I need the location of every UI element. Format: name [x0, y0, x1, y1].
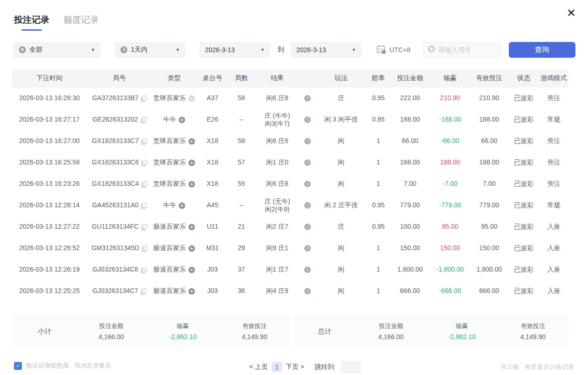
copy-icon[interactable]: [141, 267, 146, 273]
table-row: 2026-03-13 16:28:30GA37263133B7竞咪百家乐A375…: [12, 88, 568, 109]
metric-label: 投注金额: [356, 322, 426, 330]
round-id: GA45263131A0: [87, 201, 151, 210]
jump-to-label: 跳转到: [315, 363, 334, 371]
bet-amount: 188.00: [390, 158, 430, 167]
game-type-select[interactable]: 全部 ▼: [13, 42, 101, 58]
timezone-control[interactable]: UTC+8: [376, 45, 410, 55]
tab-quota-records[interactable]: 额度记录: [63, 14, 99, 31]
copy-icon[interactable]: [141, 160, 147, 166]
win-loss: 188.00: [430, 158, 470, 167]
bet-time: 2026-03-13 16:27:17: [12, 116, 87, 124]
game-type-value: 极速百家乐: [153, 244, 186, 252]
prev-page-button[interactable]: < 上页: [249, 363, 268, 371]
play-video-icon[interactable]: [178, 116, 185, 123]
metric-value: 4,149.90: [498, 333, 568, 341]
table-number: E26: [197, 116, 228, 124]
column-header: 桌台号: [197, 74, 228, 82]
round-number: 58: [228, 137, 255, 145]
result: 庄 (无牛)闲2(牛9): [255, 198, 300, 214]
round-id: GX18263133C7: [87, 137, 151, 145]
copy-icon[interactable]: [141, 288, 146, 294]
tab-betting-records[interactable]: 投注记录: [14, 14, 49, 31]
metric-label: 输赢: [147, 322, 219, 330]
info-icon[interactable]: i: [304, 202, 311, 209]
copy-icon[interactable]: [142, 245, 147, 252]
column-header: 状态: [508, 74, 539, 82]
play-video-icon[interactable]: [188, 224, 195, 231]
play-video-icon[interactable]: [188, 288, 195, 295]
game-type-icon: [19, 46, 26, 54]
table-header: 下注时间局号类型桌台号局数结果玩法赔率投注金额输赢有效投注状态游戏模式: [12, 69, 568, 88]
result: 庄 (牛牛)闲3(牛7): [255, 112, 300, 128]
column-header: 局数: [228, 74, 255, 82]
column-header: 局号: [87, 74, 151, 82]
metric-label: 有效投注: [498, 322, 568, 330]
result: 闲9 庄1: [255, 244, 300, 252]
round-id-value: GU11263134FC: [92, 223, 139, 231]
play-video-icon[interactable]: [178, 202, 185, 209]
round-number: 58: [228, 94, 255, 102]
status: 已派彩: [508, 116, 539, 124]
info-icon[interactable]: i: [304, 116, 311, 123]
table-number: X18: [197, 180, 228, 188]
time-range-select[interactable]: 1天内 ▼: [115, 42, 185, 58]
play-video-icon[interactable]: [188, 159, 195, 166]
bet-option: 闲 3 闲平倍: [315, 116, 367, 124]
copy-icon[interactable]: [141, 181, 147, 187]
metric-label: 有效投注: [219, 322, 290, 330]
table-row: 2026-03-13 12:28:14GA45263131A0牛牛A45–庄 (…: [12, 195, 568, 216]
info-icon[interactable]: i: [304, 245, 311, 252]
play-video-icon[interactable]: [188, 266, 195, 273]
subtotal-win-loss: 输赢 -2,862.10: [147, 322, 219, 341]
merge-checkbox[interactable]: ✓: [14, 362, 22, 370]
info-icon[interactable]: i: [304, 266, 311, 273]
play-video-icon[interactable]: [188, 95, 195, 102]
table-row: 2026-03-13 12:25:25GJ03263134C7极速百家乐J033…: [12, 280, 568, 302]
game-mode: 旁注: [539, 137, 568, 145]
column-header: 赔率: [367, 74, 390, 82]
info-icon[interactable]: i: [304, 224, 311, 230]
subtotal-box: 小计 投注金额 4,166.00 输赢 -2,862.10 有效投注 4,149…: [14, 315, 290, 348]
play-video-icon[interactable]: [188, 245, 195, 252]
total-valid-bet: 有效投注 4,149.90: [498, 322, 568, 341]
bet-amount: 150.00: [390, 244, 430, 252]
table-number: J03: [197, 287, 228, 295]
bet-time: 2026-03-13 12:25:25: [12, 287, 87, 295]
info-icon[interactable]: i: [304, 288, 311, 294]
next-page-button[interactable]: 下页 >: [286, 363, 304, 371]
copy-icon[interactable]: [141, 203, 146, 209]
time-range-value: 1天内: [131, 46, 148, 54]
copy-icon[interactable]: [141, 117, 146, 123]
odds: 1: [367, 266, 390, 274]
copy-icon[interactable]: [141, 138, 147, 144]
date-to-select[interactable]: 2026-3-13 ▼: [291, 42, 362, 58]
round-number: 57: [228, 158, 255, 167]
query-button[interactable]: 查询: [509, 42, 575, 58]
pagination: < 上页 1 下页 > 跳转到: [249, 361, 361, 373]
win-loss: -779.00: [430, 201, 470, 210]
jump-to-input[interactable]: [341, 361, 361, 373]
current-page[interactable]: 1: [272, 362, 282, 372]
copy-icon[interactable]: [141, 224, 147, 230]
play-video-icon[interactable]: [188, 138, 195, 145]
info-icon[interactable]: i: [304, 181, 311, 187]
round-id: GA37263133B7: [87, 94, 151, 102]
date-from-select[interactable]: 2026-3-13 ▼: [199, 42, 270, 58]
table-row: 2026-03-13 12:27:22GU11263134FC极速百家乐U112…: [12, 216, 568, 238]
odds: 0.95: [367, 116, 390, 124]
status: 已派彩: [508, 158, 539, 167]
bet-time: 2026-03-13 16:28:30: [12, 94, 87, 102]
info-icon[interactable]: i: [304, 159, 311, 166]
copy-icon[interactable]: [141, 95, 146, 102]
game-mode: 入座: [539, 287, 568, 295]
play-video-icon[interactable]: [188, 181, 195, 188]
table-row: 2026-03-13 16:27:17GE2626313202牛牛E26–庄 (…: [12, 109, 568, 130]
status: 已派彩: [508, 266, 539, 274]
round-search-input[interactable]: [438, 46, 490, 54]
win-loss: -666.00: [430, 287, 470, 295]
close-icon[interactable]: ✕: [567, 7, 576, 19]
info-icon[interactable]: i: [304, 138, 311, 144]
info-icon[interactable]: i: [304, 95, 311, 102]
result-info: i: [300, 245, 315, 252]
bet-amount: 100.00: [390, 223, 430, 231]
